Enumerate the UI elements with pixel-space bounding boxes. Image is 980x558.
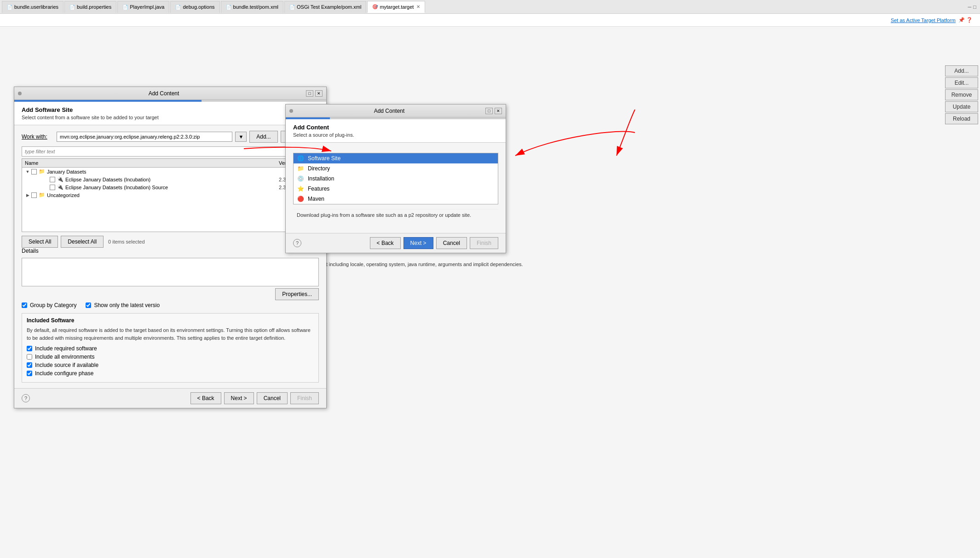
included-software-title: Included Software	[27, 317, 314, 324]
dialog1-titlebar: Add Content □ ✕	[14, 87, 326, 100]
filter-input[interactable]	[22, 146, 319, 157]
tab-build-properties[interactable]: 📄 build.properties	[64, 1, 116, 13]
source-item-maven[interactable]: 🔴 Maven	[294, 194, 498, 204]
dialog2-close[interactable]: ✕	[495, 108, 502, 114]
directory-icon: 📁	[297, 165, 304, 172]
main-area: Add... Edit... Remove Update Reload ttin…	[0, 27, 980, 558]
work-with-add-btn[interactable]: Add...	[249, 131, 277, 143]
properties-btn[interactable]: Properties...	[275, 288, 319, 300]
group-by-category-label: Group by Category	[30, 302, 76, 308]
check-2[interactable]	[50, 185, 55, 190]
select-all-btn[interactable]: Select All	[22, 236, 58, 248]
tree-container: Name Version ▼ 📁 January Datasets 🔌 Ecli	[22, 158, 319, 232]
items-selected-label: 0 items selected	[108, 239, 144, 244]
dialog1-finish-btn[interactable]: Finish	[290, 392, 319, 404]
deselect-all-btn[interactable]: Deselect All	[61, 236, 104, 248]
include-source-label: Include source if available	[35, 362, 98, 368]
dialog2-cancel-btn[interactable]: Cancel	[436, 237, 467, 249]
tree-row-1[interactable]: 🔌 Eclipse January Datasets (Incubation) …	[29, 175, 318, 183]
tab-bundle-test-pom[interactable]: 📄 bundle.test/pom.xml	[221, 1, 283, 13]
dialog1-close[interactable]: ✕	[315, 90, 323, 97]
tree-row-3[interactable]: ▶ 📁 Uncategorized	[22, 191, 318, 199]
add-button[interactable]: Add...	[945, 65, 978, 76]
maven-icon: 🔴	[297, 196, 304, 202]
details-footer: Properties...	[22, 288, 319, 300]
check-1[interactable]	[50, 177, 55, 182]
check-3[interactable]	[31, 192, 37, 198]
dialog1-title: Add Content	[22, 90, 306, 97]
source-list: 🌐 Software Site 📁 Directory 💿 Installati…	[293, 153, 498, 204]
dialog1-content: Work with: ▼ Add... Manage... Name Versi…	[14, 125, 326, 388]
dialog2-header: Add Content Select a source of plug-ins.	[286, 119, 506, 143]
minimize-icon[interactable]: ─	[968, 4, 972, 10]
features-icon: ⭐	[297, 186, 304, 192]
work-with-dropdown[interactable]: ▼	[235, 132, 247, 142]
update-button[interactable]: Update	[945, 101, 978, 112]
tab-mytarget[interactable]: 🎯 mytarget.target ✕	[367, 1, 425, 13]
dialog1-next-btn[interactable]: Next >	[224, 392, 254, 404]
source-item-software-site[interactable]: 🌐 Software Site	[294, 153, 498, 163]
include-source-check[interactable]	[27, 362, 32, 368]
source-item-installation[interactable]: 💿 Installation	[294, 174, 498, 184]
tab-bundle-userlibraries[interactable]: 📄 bundle.userlibraries	[2, 1, 63, 13]
tab-icon-6: 🎯	[372, 4, 378, 9]
source-item-directory[interactable]: 📁 Directory	[294, 163, 498, 174]
dialog2-next-btn[interactable]: Next >	[404, 237, 433, 249]
dialog1-maximize[interactable]: □	[306, 90, 313, 97]
dialog1-cancel-btn[interactable]: Cancel	[257, 392, 288, 404]
edit-button[interactable]: Edit...	[945, 77, 978, 88]
dialog2-header-subtitle: Select a source of plug-ins.	[293, 132, 498, 138]
tree-label-0: January Datasets	[47, 169, 86, 174]
dialog2-maximize[interactable]: □	[485, 108, 493, 114]
dialog1-help-icon[interactable]: ?	[22, 394, 30, 402]
dialog2-content: 🌐 Software Site 📁 Directory 💿 Installati…	[286, 143, 506, 233]
include-required-check[interactable]	[27, 346, 32, 351]
included-software-desc: By default, all required software is add…	[27, 326, 314, 342]
selection-btn-row: Select All Deselect All 0 items selected	[22, 236, 319, 248]
group-by-category-row: Group by Category	[22, 302, 76, 308]
source-item-features[interactable]: ⭐ Features	[294, 184, 498, 194]
source-label-1: Directory	[308, 165, 330, 172]
dialog1-back-btn[interactable]: < Back	[190, 392, 221, 404]
reload-button[interactable]: Reload	[945, 113, 978, 124]
remove-button[interactable]: Remove	[945, 89, 978, 100]
tab-osgi-test-pom[interactable]: 📄 OSGi Test Example/pom.xml	[284, 1, 366, 13]
maximize-icon[interactable]: □	[973, 4, 976, 10]
dialog1-controls: □ ✕	[306, 90, 323, 97]
tab-playerimpl[interactable]: 📄 PlayerImpl.java	[117, 1, 169, 13]
dialog2-footer: ? < Back Next > Cancel Finish	[286, 233, 506, 253]
show-latest-check[interactable]	[86, 302, 91, 308]
dialog-add-content: Add Content □ ✕ Add Content Select a sou…	[285, 104, 506, 253]
tree-icon-1: 🔌	[57, 176, 63, 182]
tree-icon-3: 📁	[39, 192, 45, 198]
dialog2-titlebar: Add Content □ ✕	[286, 105, 506, 117]
dialog2-finish-btn[interactable]: Finish	[470, 237, 498, 249]
expand-2	[43, 185, 49, 190]
tab-bar-controls: ─ □	[968, 4, 976, 10]
tree-row-0[interactable]: ▼ 📁 January Datasets	[22, 168, 318, 175]
tree-header: Name Version	[22, 159, 318, 168]
active-target-platform-link[interactable]: Set as Active Target Platform	[891, 17, 956, 23]
group-by-category-check[interactable]	[22, 302, 27, 308]
tab-label-5: OSGi Test Example/pom.xml	[297, 4, 361, 10]
tree-icon-2: 🔌	[57, 184, 63, 190]
options-row: Group by Category Show only the latest v…	[22, 302, 319, 310]
check-0[interactable]	[31, 169, 37, 174]
include-required-label: Include required software	[35, 345, 97, 352]
tab-label-0: bundle.userlibraries	[14, 4, 58, 10]
tree-label-2: Eclipse January Datasets (Incubation) So…	[65, 185, 168, 190]
dialog1-footer: ? < Back Next > Cancel Finish	[14, 388, 326, 408]
tree-col-name: Name	[25, 160, 279, 166]
include-configure-check[interactable]	[27, 371, 32, 376]
source-label-2: Installation	[308, 175, 334, 182]
work-with-input[interactable]	[57, 132, 232, 142]
include-all-env-check[interactable]	[27, 354, 32, 360]
expand-3[interactable]: ▶	[25, 192, 30, 198]
dialog2-back-btn[interactable]: < Back	[370, 237, 401, 249]
dialog2-help-icon[interactable]: ?	[293, 239, 301, 247]
expand-0[interactable]: ▼	[25, 169, 30, 174]
tab-debug-options[interactable]: 📄 debug.options	[170, 1, 219, 13]
dialog-add-software-site: Add Content □ ✕ Add Software Site Select…	[14, 87, 327, 408]
tree-row-2[interactable]: 🔌 Eclipse January Datasets (Incubation) …	[29, 183, 318, 191]
tab-close-6[interactable]: ✕	[416, 4, 420, 9]
